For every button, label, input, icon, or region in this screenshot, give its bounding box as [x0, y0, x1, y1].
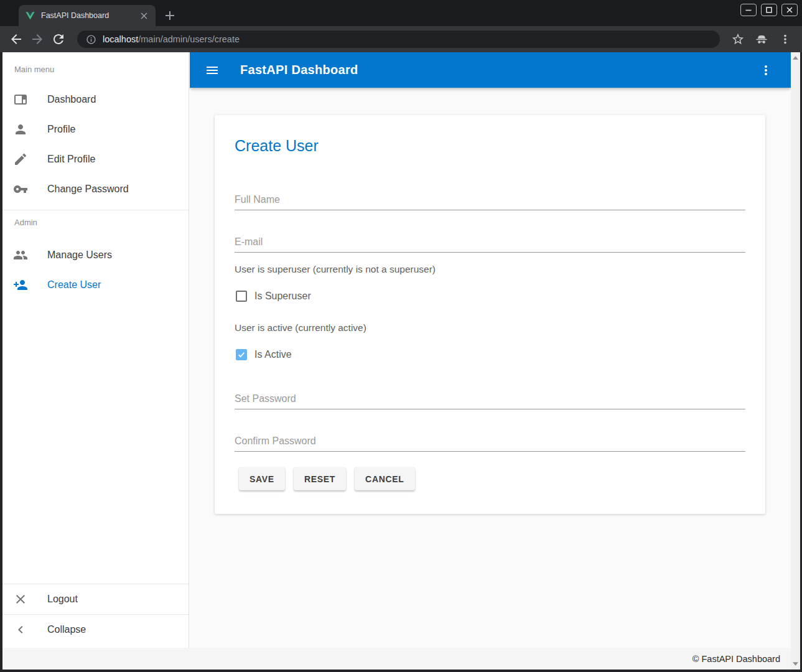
app-title: FastAPI Dashboard [240, 63, 358, 77]
main-area: FastAPI Dashboard Create User User is su… [190, 52, 791, 648]
person-add-icon [13, 278, 28, 292]
reload-button[interactable] [51, 32, 66, 47]
sidebar-item-edit-profile[interactable]: Edit Profile [2, 144, 189, 174]
page-title: Create User [235, 136, 745, 155]
cancel-button[interactable]: CANCEL [355, 467, 415, 490]
footer-copyright: © FastAPI Dashboard [692, 654, 780, 664]
sidebar-item-label: Logout [47, 594, 78, 605]
browser-tab[interactable]: FastAPI Dashboard [19, 5, 156, 26]
sidebar-item-label: Collapse [47, 624, 86, 635]
scroll-up-button[interactable] [791, 54, 800, 62]
minimize-icon [745, 6, 752, 14]
sidebar-section-main-menu: Main menu [2, 52, 189, 77]
people-icon [13, 248, 28, 263]
confirm-password-input[interactable] [235, 431, 745, 452]
sidebar-item-create-user[interactable]: Create User [2, 270, 189, 300]
url-text: localhost/main/admin/users/create [103, 34, 240, 44]
hamburger-menu-icon[interactable] [205, 63, 220, 78]
maximize-button[interactable] [761, 4, 777, 16]
sidebar-bottom: Logout Collapse [2, 584, 189, 645]
is-active-checkbox[interactable] [236, 349, 247, 360]
url-host: localhost [103, 34, 138, 44]
app-bar: FastAPI Dashboard [190, 52, 791, 88]
dashboard-icon [13, 92, 28, 107]
full-name-input[interactable] [235, 189, 745, 210]
person-icon [13, 122, 28, 137]
sidebar-item-label: Manage Users [47, 250, 112, 261]
sidebar-item-collapse[interactable]: Collapse [2, 615, 189, 645]
sidebar-item-label: Create User [47, 279, 101, 291]
create-user-card: Create User User is superuser (currently… [215, 115, 765, 514]
forward-button[interactable] [30, 32, 45, 47]
sidebar-item-dashboard[interactable]: Dashboard [2, 85, 189, 114]
close-window-button[interactable] [781, 4, 798, 16]
browser-menu-icon[interactable] [778, 32, 792, 46]
incognito-icon [755, 32, 768, 46]
sidebar-section-admin: Admin [2, 210, 189, 235]
sidebar-item-label: Change Password [47, 184, 129, 195]
url-path: /main/admin/users/create [138, 34, 240, 44]
page-scrollbar[interactable] [791, 52, 800, 670]
sidebar-item-change-password[interactable]: Change Password [2, 174, 189, 204]
confirm-password-field-wrap [235, 431, 745, 452]
url-bar[interactable]: localhost/main/admin/users/create [77, 30, 720, 48]
browser-toolbar: localhost/main/admin/users/create [0, 26, 802, 52]
is-active-checkbox-row[interactable]: Is Active [235, 347, 745, 362]
reset-button[interactable]: RESET [294, 467, 346, 490]
tab-close-icon[interactable] [139, 11, 149, 21]
is-superuser-checkbox[interactable] [236, 291, 247, 302]
minimize-button[interactable] [740, 4, 757, 16]
new-tab-button[interactable] [162, 8, 177, 23]
set-password-input[interactable] [235, 388, 745, 409]
kebab-menu-icon[interactable] [758, 63, 773, 78]
sidebar-item-profile[interactable]: Profile [2, 114, 189, 144]
key-icon [13, 182, 28, 197]
save-button[interactable]: SAVE [239, 467, 285, 490]
is-active-label: Is Active [254, 349, 292, 360]
bookmark-star-icon[interactable] [731, 32, 745, 46]
chevron-left-icon [13, 622, 28, 637]
sidebar-item-label: Profile [47, 124, 75, 135]
sidebar-item-manage-users[interactable]: Manage Users [2, 240, 189, 270]
superuser-hint: User is superuser (currently is not a su… [235, 263, 745, 276]
pencil-icon [13, 152, 28, 167]
close-icon [786, 6, 793, 14]
is-superuser-checkbox-row[interactable]: Is Superuser [235, 289, 745, 304]
sidebar-item-logout[interactable]: Logout [2, 584, 189, 614]
sidebar-item-label: Dashboard [47, 94, 96, 105]
window-controls [740, 4, 798, 16]
sidebar-item-label: Edit Profile [47, 154, 95, 165]
is-superuser-label: Is Superuser [254, 291, 311, 302]
page-info-icon[interactable] [86, 34, 96, 45]
scroll-down-arrow-icon [793, 662, 798, 666]
vue-logo-icon [25, 11, 35, 21]
set-password-field-wrap [235, 388, 745, 409]
footer: © FastAPI Dashboard [2, 648, 791, 670]
browser-window: FastAPI Dashboard [0, 0, 802, 672]
back-button[interactable] [9, 32, 24, 47]
close-x-icon [13, 592, 28, 607]
email-input[interactable] [235, 231, 745, 253]
active-hint: User is active (currently active) [235, 321, 745, 335]
form-actions: SAVE RESET CANCEL [235, 467, 745, 490]
tab-title: FastAPI Dashboard [41, 11, 139, 20]
full-name-field-wrap [235, 189, 745, 210]
check-icon [237, 350, 246, 359]
page-body: Main menu Dashboard Profile E [2, 52, 800, 670]
scroll-down-button[interactable] [791, 660, 800, 668]
email-field-wrap [235, 231, 745, 253]
sidebar: Main menu Dashboard Profile E [2, 52, 189, 648]
scroll-up-arrow-icon [793, 56, 798, 60]
maximize-icon [765, 6, 773, 14]
tab-strip: FastAPI Dashboard [0, 0, 802, 26]
